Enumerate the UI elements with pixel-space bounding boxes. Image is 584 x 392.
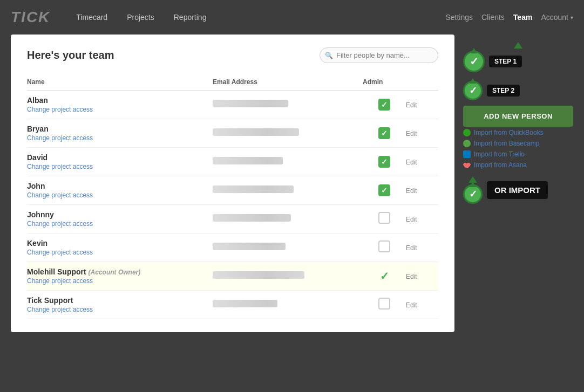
or-import-area: ✓ OR IMPORT (463, 176, 573, 204)
header-right: Settings Clients Team Account ▾ (445, 13, 573, 22)
or-import-check-wrap: ✓ (463, 176, 483, 204)
table-row: JohnChange project access✓Edit (27, 176, 438, 205)
nav-projects[interactable]: Projects (117, 9, 164, 26)
name-cell: JohnnyChange project access (27, 205, 213, 233)
change-access-link[interactable]: Change project access (27, 106, 213, 113)
name-cell: AlbanChange project access (27, 91, 213, 119)
step1-check-icon: ✓ (463, 51, 485, 72)
team-table-wrapper: Name Email Address Admin AlbanChange pro… (27, 74, 438, 319)
email-cell (213, 205, 363, 233)
admin-checkbox-unchecked[interactable] (378, 240, 390, 252)
edit-link[interactable]: Edit (406, 301, 417, 309)
person-name: David (27, 153, 213, 162)
filter-input[interactable] (320, 47, 438, 63)
name-cell: JohnChange project access (27, 176, 213, 205)
admin-cell[interactable] (363, 291, 406, 319)
change-access-link[interactable]: Change project access (27, 191, 213, 199)
team-table: Name Email Address Admin AlbanChange pro… (27, 74, 438, 319)
change-access-link[interactable]: Change project access (27, 163, 213, 170)
page-layout: Here's your team 🔍 Name Email Address Ad… (11, 35, 573, 332)
import-quickbooks-link[interactable]: Import from QuickBooks (463, 129, 573, 136)
admin-checkbox-checked[interactable]: ✓ (378, 184, 390, 196)
import-trello-link[interactable]: Import from Trello (463, 150, 573, 158)
admin-checkbox-unchecked[interactable] (378, 212, 390, 224)
asana-icon (463, 161, 471, 169)
email-blur (213, 271, 304, 279)
edit-cell: Edit (406, 205, 438, 233)
owner-label: (Account Owner) (89, 269, 141, 276)
step1-badge: STEP 1 (489, 56, 522, 67)
email-cell (213, 233, 363, 262)
person-name: Kevin (27, 239, 213, 247)
change-access-link[interactable]: Change project access (27, 249, 213, 256)
email-blur (213, 100, 288, 107)
email-blur (213, 128, 299, 136)
edit-link[interactable]: Edit (406, 244, 417, 252)
edit-cell: Edit (406, 262, 438, 291)
admin-cell[interactable] (363, 205, 406, 233)
main-nav: Timecard Projects Reporting (66, 9, 216, 26)
nav-account[interactable]: Account ▾ (541, 13, 573, 22)
email-cell (213, 119, 363, 148)
person-name: Bryan (27, 125, 213, 133)
edit-link[interactable]: Edit (406, 101, 417, 109)
sidebar-panel: ✓ STEP 1 ✓ STEP 2 ADD NEW PERSON Import … (454, 35, 573, 332)
change-access-link[interactable]: Change project access (27, 277, 213, 285)
admin-cell[interactable] (363, 233, 406, 262)
name-cell: KevinChange project access (27, 233, 213, 262)
email-blur (213, 185, 294, 193)
admin-checkbox-checked[interactable]: ✓ (378, 99, 390, 111)
admin-checkbox-checked[interactable]: ✓ (378, 156, 390, 168)
admin-cell[interactable]: ✓ (363, 148, 406, 176)
edit-link[interactable]: Edit (406, 130, 417, 137)
edit-link[interactable]: Edit (406, 187, 417, 195)
change-access-link[interactable]: Change project access (27, 134, 213, 142)
nav-clients[interactable]: Clients (481, 13, 505, 22)
add-new-person-button[interactable]: ADD NEW PERSON (463, 106, 573, 127)
edit-link[interactable]: Edit (406, 216, 417, 223)
search-icon: 🔍 (325, 52, 333, 59)
nav-settings[interactable]: Settings (445, 13, 473, 22)
edit-cell: Edit (406, 148, 438, 176)
step2-area: ✓ STEP 2 (463, 81, 573, 100)
admin-cell[interactable]: ✓ (363, 176, 406, 205)
admin-cell[interactable]: ✓ (363, 262, 406, 291)
email-blur (213, 157, 283, 164)
table-row: BryanChange project access✓Edit (27, 119, 438, 148)
or-import-check-icon: ✓ (463, 184, 483, 204)
col-email: Email Address (213, 74, 363, 91)
step2-check-icon: ✓ (463, 81, 483, 100)
edit-link[interactable]: Edit (406, 159, 417, 166)
page-header-row: Here's your team 🔍 (27, 47, 438, 63)
edit-link[interactable]: Edit (406, 273, 417, 280)
import-asana-link[interactable]: Import from Asana (463, 161, 573, 169)
email-blur (213, 214, 291, 222)
admin-cell[interactable]: ✓ (363, 91, 406, 119)
email-cell (213, 262, 363, 291)
nav-timecard[interactable]: Timecard (66, 9, 117, 26)
change-access-link[interactable]: Change project access (27, 220, 213, 228)
table-row: Tick SupportChange project accessEdit (27, 291, 438, 319)
change-access-link[interactable]: Change project access (27, 306, 213, 313)
name-cell: DavidChange project access (27, 148, 213, 176)
basecamp-icon (463, 140, 471, 147)
page-title: Here's your team (27, 49, 114, 61)
step1-container: ✓ STEP 1 (463, 42, 573, 72)
main-panel: Here's your team 🔍 Name Email Address Ad… (11, 35, 454, 332)
nav-team[interactable]: Team (513, 13, 533, 22)
email-cell (213, 176, 363, 205)
edit-cell: Edit (406, 291, 438, 319)
step2-container: ✓ STEP 2 (463, 81, 573, 100)
admin-cell[interactable]: ✓ (363, 119, 406, 148)
table-row: KevinChange project accessEdit (27, 233, 438, 262)
col-name: Name (27, 74, 213, 91)
import-basecamp-link[interactable]: Import from Basecamp (463, 140, 573, 147)
admin-checkbox-checked[interactable]: ✓ (378, 127, 390, 139)
admin-checkbox-unchecked[interactable] (378, 298, 390, 310)
step1-area: ✓ STEP 1 (463, 51, 573, 72)
or-import-badge: OR IMPORT (487, 181, 548, 199)
name-cell: Tick SupportChange project access (27, 291, 213, 319)
person-name: Alban (27, 96, 213, 105)
step1-arrow (514, 42, 522, 49)
nav-reporting[interactable]: Reporting (164, 9, 216, 26)
